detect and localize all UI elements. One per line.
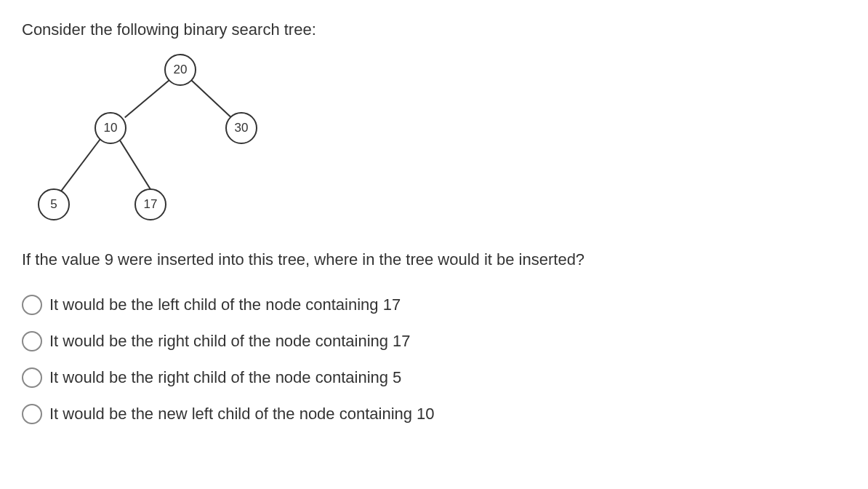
tree-node-value: 5 bbox=[50, 197, 57, 212]
tree-node-value: 30 bbox=[235, 121, 249, 135]
option-1[interactable]: It would be the left child of the node c… bbox=[22, 295, 846, 315]
tree-node-right: 30 bbox=[225, 112, 257, 144]
option-2[interactable]: It would be the right child of the node … bbox=[22, 331, 846, 351]
option-label: It would be the left child of the node c… bbox=[49, 295, 401, 314]
tree-edge bbox=[124, 79, 170, 118]
binary-tree-diagram: 20 10 30 5 17 bbox=[22, 54, 284, 228]
question-intro-text: Consider the following binary search tre… bbox=[22, 20, 846, 39]
tree-node-root: 20 bbox=[164, 54, 196, 86]
options-group: It would be the left child of the node c… bbox=[22, 295, 846, 424]
tree-node-value: 10 bbox=[104, 121, 118, 135]
tree-node-leftleft: 5 bbox=[38, 188, 70, 220]
radio-button[interactable] bbox=[22, 367, 42, 388]
tree-edge bbox=[190, 79, 231, 118]
tree-edge bbox=[119, 140, 154, 195]
option-label: It would be the right child of the node … bbox=[49, 332, 411, 351]
radio-button[interactable] bbox=[22, 331, 42, 351]
tree-node-leftright: 17 bbox=[134, 188, 166, 220]
option-label: It would be the new left child of the no… bbox=[49, 405, 435, 424]
option-4[interactable]: It would be the new left child of the no… bbox=[22, 404, 846, 424]
option-label: It would be the right child of the node … bbox=[49, 368, 401, 387]
radio-button[interactable] bbox=[22, 404, 42, 424]
option-3[interactable]: It would be the right child of the node … bbox=[22, 367, 846, 388]
question-main-text: If the value 9 were inserted into this t… bbox=[22, 250, 846, 269]
tree-node-value: 20 bbox=[174, 63, 188, 77]
tree-node-left: 10 bbox=[95, 112, 126, 144]
radio-button[interactable] bbox=[22, 295, 42, 315]
tree-node-value: 17 bbox=[144, 197, 158, 212]
